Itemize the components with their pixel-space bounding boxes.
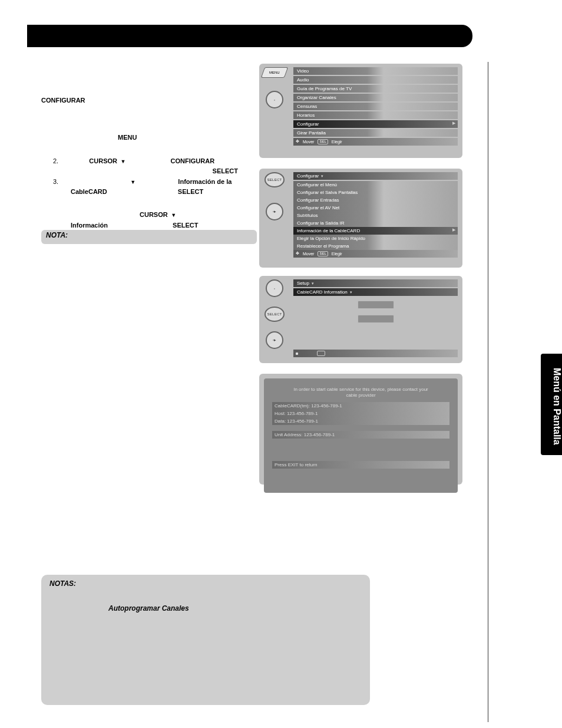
kw-select3: SELECT (173, 222, 198, 229)
header-black-bar (27, 25, 472, 47)
vertical-divider (488, 62, 488, 722)
cursor-ring-icon: ◦ (266, 91, 283, 108)
kw-informacion: Información (71, 222, 108, 229)
menu-key-icon: MENU (261, 67, 289, 78)
notas-box: NOTAS: Autoprogramar Canales (41, 575, 370, 705)
info-intro: In order to start cable service for this… (272, 383, 449, 400)
kw-info: Información de la (178, 178, 232, 185)
cursor-ring-icon: ◦ (266, 279, 283, 297)
panel2-hint: ✥MoverSELElegir (293, 250, 458, 258)
cursor-ring-icon: ◦▸ (266, 331, 283, 349)
info-row: Data: 123-456-789-1 (272, 417, 449, 425)
move-glyph-icon: ✥ (296, 251, 299, 256)
panel2-header: Configurar▾ (293, 172, 458, 180)
info-inner: In order to start cable service for this… (264, 378, 458, 493)
cursor-ring-icon: ◦▸ (266, 203, 283, 220)
nota-label: NOTA: (46, 231, 68, 239)
notas-sub: Autoprogramar Canales (49, 604, 362, 612)
menu-item[interactable]: Girar Pantalla (293, 129, 458, 137)
screen-panel-configurar: SELECT ◦▸ Configurar▾ Configurar el Menú… (259, 169, 462, 268)
step2-num: 2. (53, 157, 58, 164)
select-key-icon: SELECT (265, 172, 285, 187)
menu-item[interactable]: Video (293, 67, 458, 75)
info-row: Host: 123-456-789-1 (272, 410, 449, 417)
screen-panel-cablecard-info: ◦ SELECT ◦▸ Setup▾ CableCARD Information… (259, 276, 462, 363)
move-glyph-icon: ✥ (296, 139, 299, 144)
menu-item[interactable]: Audio (293, 76, 458, 84)
panel1-hint: ✥MoverSELElegir (293, 138, 458, 146)
menu-item[interactable]: Elegir la Opción de Inicio Rápido (293, 235, 458, 242)
info-exit-row: Press EXIT to return (272, 461, 449, 469)
notas-title: NOTAS: (49, 579, 362, 588)
menu-item[interactable]: Configurar el AV Net (293, 204, 458, 212)
kw-menu: MENU (118, 134, 137, 141)
sel-badge-icon: SEL (318, 139, 328, 144)
menu-item[interactable]: Guía de Programas de TV (293, 85, 458, 93)
side-tab: Menú en Pantalla (541, 354, 562, 455)
menu-item[interactable]: Configurar el Salva Pantallas (293, 189, 458, 196)
panel3-header: Setup▾ (293, 279, 458, 287)
placeholder-slot (358, 315, 394, 323)
nota-box: NOTA: (41, 230, 257, 244)
down-triangle-icon: ▼ (130, 179, 135, 185)
menu-item[interactable]: Organizar Canales (293, 94, 458, 101)
sel-badge-icon (317, 351, 325, 356)
kw-select2: SELECT (178, 188, 203, 195)
screen-panel-main-menu: MENU ◦ VideoAudioGuía de Programas de TV… (259, 64, 462, 158)
menu-item[interactable]: Configurar el Menú (293, 181, 458, 189)
tv-menu-list: VideoAudioGuía de Programas de TVOrganiz… (290, 64, 462, 158)
down-triangle-icon: ▼ (119, 159, 125, 164)
menu-item[interactable]: Configurar la Salida IR (293, 219, 458, 227)
menu-item[interactable]: Información de la CableCARD (293, 227, 458, 235)
info-unit-row: Unit Address: 123-456-789-1 (272, 431, 449, 439)
select-key-icon: SELECT (265, 307, 285, 322)
kw-cursor: CURSOR (89, 157, 117, 164)
menu-item[interactable]: Configurar (293, 120, 458, 128)
step3-num: 3. (53, 178, 58, 185)
tv-cablecard-box: Setup▾ CableCARD Information▾ (290, 276, 462, 363)
menu-item[interactable]: Censuras (293, 103, 458, 110)
screen-panel-cable-details: In order to start cable service for this… (259, 374, 462, 485)
instructions-block: CONFIGURAR MENU 2. CURSOR ▼ CONFIGURAR S… (41, 62, 247, 231)
menu-item[interactable]: Restablecer el Programa (293, 242, 458, 250)
menu-item[interactable]: Subtítulos (293, 212, 458, 219)
info-row: CableCARD(tm): 123-456-789-1 (272, 402, 449, 410)
kw-cablecard: CableCARD (71, 188, 107, 195)
down-triangle-icon: ▼ (170, 212, 176, 218)
menu-item[interactable]: Configurar Entradas (293, 196, 458, 204)
kw-cursor2: CURSOR (140, 211, 168, 218)
menu-item[interactable]: Horarios (293, 111, 458, 119)
panel3-row: CableCARD Information▾ (293, 288, 458, 296)
kw-configurar: CONFIGURAR (41, 97, 85, 104)
placeholder-slot (358, 301, 394, 309)
sel-badge-icon: SEL (318, 251, 328, 256)
kw-select: SELECT (213, 167, 238, 174)
panel3-hint (293, 350, 458, 357)
dot-icon (296, 353, 298, 355)
kw-configurar2: CONFIGURAR (171, 157, 215, 164)
tv-configurar-list: Configurar▾ Configurar el MenúConfigurar… (290, 169, 462, 268)
